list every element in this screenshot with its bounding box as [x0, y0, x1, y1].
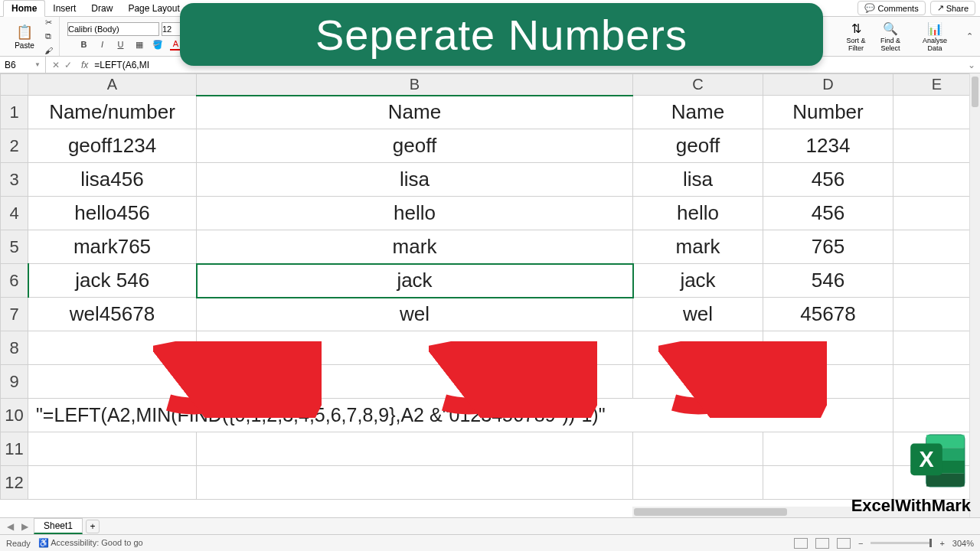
- cell-A2[interactable]: geoff1234: [28, 129, 197, 163]
- row-header[interactable]: 8: [1, 331, 28, 365]
- zoom-slider[interactable]: [871, 542, 932, 544]
- cell-C12[interactable]: [633, 466, 763, 500]
- zoom-level[interactable]: 304%: [952, 539, 974, 548]
- cell-C6[interactable]: jack: [633, 264, 763, 298]
- sheet-tab[interactable]: Sheet1: [34, 518, 83, 534]
- cell-B7[interactable]: wel: [197, 298, 633, 331]
- view-normal-icon[interactable]: [794, 538, 808, 549]
- paste-button[interactable]: 📋 Paste: [9, 24, 40, 50]
- cell-A6[interactable]: jack 546: [28, 264, 197, 298]
- fx-icon[interactable]: fx: [78, 60, 91, 70]
- add-sheet-button[interactable]: +: [86, 520, 100, 533]
- cell-D3[interactable]: 456: [763, 163, 893, 197]
- cell-B5[interactable]: mark: [197, 230, 633, 264]
- zoom-in-icon[interactable]: +: [939, 539, 944, 548]
- cell-E8[interactable]: [893, 331, 981, 365]
- row-header[interactable]: 11: [1, 432, 28, 466]
- sheet-nav-prev-icon[interactable]: ◀: [5, 521, 16, 532]
- formula-expand-icon[interactable]: ⌄: [963, 60, 980, 70]
- share-button[interactable]: ↗Share: [930, 1, 975, 15]
- cell-A3[interactable]: lisa456: [28, 163, 197, 197]
- format-painter-icon[interactable]: 🖌: [42, 44, 54, 57]
- zoom-out-icon[interactable]: −: [858, 539, 863, 548]
- select-all-corner[interactable]: [1, 74, 28, 96]
- tab-page-layout[interactable]: Page Layout: [120, 1, 187, 16]
- enter-formula-icon[interactable]: ✓: [64, 60, 72, 70]
- cell-D11[interactable]: [763, 432, 893, 466]
- border-icon[interactable]: ▦: [133, 38, 145, 51]
- row-header[interactable]: 9: [1, 365, 28, 399]
- sheet-nav-next-icon[interactable]: ▶: [19, 521, 31, 532]
- cell-E1[interactable]: [893, 96, 981, 129]
- cell-A5[interactable]: mark765: [28, 230, 197, 264]
- cell-D1[interactable]: Number: [763, 96, 893, 129]
- cell-B2[interactable]: geoff: [197, 129, 633, 163]
- cell-E4[interactable]: [893, 197, 981, 230]
- cut-icon[interactable]: ✂: [42, 17, 54, 29]
- font-name-select[interactable]: [67, 22, 159, 36]
- row-header[interactable]: 7: [1, 298, 28, 331]
- tab-insert[interactable]: Insert: [45, 1, 83, 16]
- row-header[interactable]: 3: [1, 163, 28, 197]
- cell-B6[interactable]: jack: [197, 264, 633, 298]
- italic-button[interactable]: I: [96, 38, 109, 51]
- cell-E7[interactable]: [893, 298, 981, 331]
- cell-B12[interactable]: [197, 466, 633, 500]
- cell-C7[interactable]: wel: [633, 298, 763, 331]
- sort-filter-button[interactable]: ⇅ Sort & Filter: [840, 21, 872, 52]
- cell-B11[interactable]: [197, 432, 633, 466]
- cell-B4[interactable]: hello: [197, 197, 633, 230]
- cell-B3[interactable]: lisa: [197, 163, 633, 197]
- cell-A4[interactable]: hello456: [28, 197, 197, 230]
- view-page-layout-icon[interactable]: [815, 538, 829, 549]
- tab-home[interactable]: Home: [3, 0, 45, 17]
- row-header[interactable]: 5: [1, 230, 28, 264]
- cell-C3[interactable]: lisa: [633, 163, 763, 197]
- cell-A7[interactable]: wel45678: [28, 298, 197, 331]
- column-header[interactable]: A: [28, 74, 197, 96]
- row-header[interactable]: 1: [1, 96, 28, 129]
- row-header[interactable]: 12: [1, 466, 28, 500]
- cell-A12[interactable]: [28, 466, 197, 500]
- row-header[interactable]: 6: [1, 264, 28, 298]
- cell-C5[interactable]: mark: [633, 230, 763, 264]
- underline-button[interactable]: U: [115, 38, 127, 51]
- cell-D12[interactable]: [763, 466, 893, 500]
- cell-D6[interactable]: 546: [763, 264, 893, 298]
- cell-C11[interactable]: [633, 432, 763, 466]
- column-header[interactable]: E: [893, 74, 981, 96]
- cell-E10[interactable]: [893, 399, 981, 432]
- cell-C1[interactable]: Name: [633, 96, 763, 129]
- find-select-button[interactable]: 🔍 Find & Select: [874, 21, 906, 52]
- tab-draw[interactable]: Draw: [83, 1, 120, 16]
- cell-C4[interactable]: hello: [633, 197, 763, 230]
- column-header[interactable]: C: [633, 74, 763, 96]
- bold-button[interactable]: B: [78, 38, 90, 51]
- fill-color-icon[interactable]: 🪣: [152, 38, 164, 51]
- cancel-formula-icon[interactable]: ✕: [52, 60, 60, 70]
- vertical-scrollbar[interactable]: [969, 73, 980, 517]
- row-header[interactable]: 4: [1, 197, 28, 230]
- cell-E9[interactable]: [893, 365, 981, 399]
- name-box[interactable]: B6▼: [0, 57, 46, 73]
- comments-button[interactable]: 💬Comments: [858, 1, 925, 15]
- column-header[interactable]: B: [197, 74, 633, 96]
- ribbon-collapse-icon[interactable]: ⌃: [963, 31, 975, 43]
- cell-E6[interactable]: [893, 264, 981, 298]
- view-page-break-icon[interactable]: [837, 538, 851, 549]
- cell-D5[interactable]: 765: [763, 230, 893, 264]
- cell-A11[interactable]: [28, 432, 197, 466]
- cell-D7[interactable]: 45678: [763, 298, 893, 331]
- row-header[interactable]: 2: [1, 129, 28, 163]
- cell-A1[interactable]: Name/number: [28, 96, 197, 129]
- cell-E5[interactable]: [893, 230, 981, 264]
- cell-E2[interactable]: [893, 129, 981, 163]
- cell-B1[interactable]: Name: [197, 96, 633, 129]
- cell-D4[interactable]: 456: [763, 197, 893, 230]
- cell-C2[interactable]: geoff: [633, 129, 763, 163]
- cell-E3[interactable]: [893, 163, 981, 197]
- chevron-down-icon[interactable]: ▼: [34, 61, 41, 68]
- spreadsheet-grid[interactable]: ABCDE1Name/numberNameNameNumber2geoff123…: [0, 73, 980, 500]
- copy-icon[interactable]: ⧉: [42, 31, 54, 43]
- row-header[interactable]: 10: [1, 399, 28, 432]
